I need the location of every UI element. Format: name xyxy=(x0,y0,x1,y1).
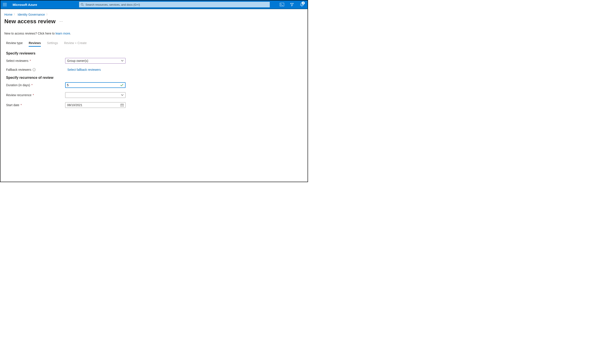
hamburger-menu-button[interactable] xyxy=(2,1,8,8)
label-select-reviewers-text: Select reviewers xyxy=(6,59,28,63)
breadcrumb: Home 〉 Identity Governance 〉 xyxy=(4,13,304,16)
row-start-date: Start date * 08/10/2021 xyxy=(4,102,304,108)
chevron-down-icon xyxy=(121,94,124,96)
svg-rect-8 xyxy=(122,105,122,105)
tab-review-create: Review + Create xyxy=(64,41,87,47)
intro-suffix: . xyxy=(70,32,71,35)
intro-text: New to access reviews? Click here to lea… xyxy=(4,32,304,35)
row-select-reviewers: Select reviewers * Group owner(s) xyxy=(4,58,304,64)
breadcrumb-home[interactable]: Home xyxy=(4,13,12,16)
intro-prefix: New to access reviews? Click here to xyxy=(4,32,56,35)
search-input[interactable] xyxy=(86,3,268,6)
more-actions-button[interactable]: ··· xyxy=(60,20,63,24)
learn-more-link[interactable]: learn more xyxy=(56,32,70,35)
section-specify-reviewers-heading: Specify reviewers xyxy=(4,52,304,55)
hamburger-icon xyxy=(3,3,7,6)
row-recurrence: Review recurrence * xyxy=(4,92,304,98)
recurrence-dropdown[interactable] xyxy=(65,92,126,98)
section-specify-recurrence-heading: Specify recurrence of review xyxy=(4,76,304,80)
cloud-shell-button[interactable] xyxy=(279,1,285,8)
svg-line-1 xyxy=(83,5,84,6)
start-date-value: 08/10/2021 xyxy=(67,103,82,107)
svg-rect-2 xyxy=(280,3,284,6)
tab-reviews[interactable]: Reviews xyxy=(29,41,41,47)
header-actions: 2 xyxy=(279,1,306,8)
top-header: Microsoft Azure 2 xyxy=(0,0,308,9)
label-select-reviewers: Select reviewers * xyxy=(6,59,65,63)
required-indicator: * xyxy=(21,103,22,107)
directories-filter-button[interactable] xyxy=(288,1,295,8)
filter-icon xyxy=(290,3,294,7)
tab-settings: Settings xyxy=(47,41,58,47)
info-icon[interactable]: i xyxy=(33,68,36,71)
svg-rect-9 xyxy=(122,105,123,105)
search-icon xyxy=(81,3,84,6)
start-date-input[interactable]: 08/10/2021 xyxy=(65,102,126,108)
duration-input-wrap xyxy=(65,82,126,88)
chevron-right-icon: 〉 xyxy=(14,13,16,16)
label-recurrence: Review recurrence * xyxy=(6,93,65,97)
brand-label: Microsoft Azure xyxy=(13,3,37,7)
label-start-date: Start date * xyxy=(6,103,65,107)
required-indicator: * xyxy=(31,83,33,87)
row-duration: Duration (in days) * xyxy=(4,82,304,88)
tabs: Review type Reviews Settings Review + Cr… xyxy=(4,41,304,47)
cloud-shell-icon xyxy=(280,3,284,6)
page-title-row: New access review ··· xyxy=(4,18,304,25)
breadcrumb-identity-governance[interactable]: Identity Governance xyxy=(18,13,45,16)
label-start-date-text: Start date xyxy=(6,103,19,107)
page-title: New access review xyxy=(4,18,56,25)
label-duration-text: Duration (in days) xyxy=(6,83,30,87)
tab-review-type[interactable]: Review type xyxy=(6,41,23,47)
svg-rect-7 xyxy=(121,105,122,105)
chevron-down-icon xyxy=(121,60,124,62)
select-reviewers-dropdown[interactable]: Group owner(s) xyxy=(65,58,126,64)
label-fallback-reviewers: Fallback reviewers i xyxy=(6,68,65,71)
label-recurrence-text: Review recurrence xyxy=(6,93,31,97)
search-box[interactable] xyxy=(79,1,270,8)
search-wrapper xyxy=(79,1,270,8)
valid-check-icon xyxy=(120,84,123,86)
chevron-right-icon: 〉 xyxy=(46,13,49,16)
notifications-button[interactable]: 2 xyxy=(298,1,305,8)
label-duration: Duration (in days) * xyxy=(6,83,65,87)
required-indicator: * xyxy=(30,59,31,63)
label-fallback-reviewers-text: Fallback reviewers xyxy=(6,68,31,71)
duration-input[interactable] xyxy=(67,83,124,87)
notification-badge: 2 xyxy=(302,1,305,5)
calendar-icon xyxy=(121,104,124,106)
page-body: Home 〉 Identity Governance 〉 New access … xyxy=(0,9,308,116)
required-indicator: * xyxy=(33,93,34,97)
row-fallback-reviewers: Fallback reviewers i Select fallback rev… xyxy=(4,68,304,71)
select-reviewers-value: Group owner(s) xyxy=(67,59,88,63)
select-fallback-reviewers-link[interactable]: Select fallback reviewers xyxy=(67,68,101,71)
svg-point-0 xyxy=(81,3,83,5)
